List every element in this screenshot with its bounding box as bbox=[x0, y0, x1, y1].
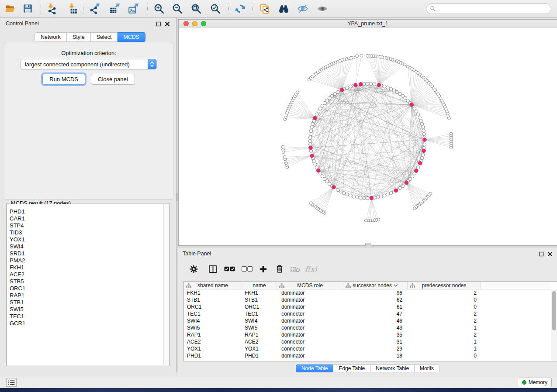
export-image-button[interactable] bbox=[127, 3, 140, 16]
tab-network-table[interactable]: Network Table bbox=[370, 364, 415, 372]
table-cell: 47 bbox=[343, 310, 408, 317]
table-cell: 2 bbox=[408, 317, 481, 324]
list-item[interactable]: SWI5 bbox=[7, 306, 163, 313]
create-column-button[interactable] bbox=[256, 262, 270, 275]
column-header-name[interactable]: name bbox=[242, 282, 277, 289]
search-field bbox=[426, 3, 551, 14]
scrollbar-thumb[interactable] bbox=[552, 291, 556, 330]
float-panel-icon[interactable] bbox=[539, 251, 544, 256]
show-columns-button[interactable] bbox=[206, 262, 219, 275]
delete-column-button[interactable] bbox=[273, 262, 286, 275]
task-history-button[interactable] bbox=[6, 378, 17, 387]
close-window-icon[interactable] bbox=[183, 21, 189, 26]
splitter-handle[interactable] bbox=[176, 193, 178, 201]
table-row[interactable]: YOX1YOX1connector291 bbox=[184, 345, 551, 352]
tab-motifs[interactable]: Motifs bbox=[415, 364, 439, 372]
list-item[interactable]: SRD1 bbox=[7, 250, 163, 257]
criterion-select[interactable]: largest connected component (undirected) bbox=[21, 59, 157, 69]
zoom-in-button[interactable] bbox=[152, 3, 166, 16]
table-settings-button[interactable] bbox=[187, 262, 200, 275]
table-row[interactable]: ACE2ACE2connector311 bbox=[184, 338, 551, 345]
zoom-selected-button[interactable] bbox=[209, 3, 222, 16]
save-session-button[interactable] bbox=[21, 3, 34, 16]
table-cell: 31 bbox=[343, 338, 408, 345]
function-builder-button-disabled: f(x) bbox=[304, 262, 318, 275]
cytoscape-window: Control Panel NetworkStyleSelectMCDS Opt… bbox=[0, 0, 557, 388]
show-hidden-button[interactable] bbox=[316, 3, 329, 16]
list-item[interactable]: FKH1 bbox=[7, 264, 163, 271]
table-row[interactable]: SWI5SWI5connector431 bbox=[184, 324, 551, 331]
hierarchy-icon bbox=[346, 283, 351, 288]
mcds-list-scrollbar[interactable] bbox=[163, 204, 169, 365]
column-header-shared-name[interactable]: shared name bbox=[184, 282, 242, 289]
status-bar: Memory bbox=[0, 376, 557, 388]
list-item[interactable]: GCR1 bbox=[7, 320, 163, 327]
deselect-all-rows-button[interactable] bbox=[240, 262, 253, 275]
close-panel-icon[interactable] bbox=[165, 21, 170, 26]
search-input[interactable] bbox=[438, 5, 551, 13]
list-item[interactable]: TID3 bbox=[7, 229, 163, 236]
export-table-button[interactable] bbox=[108, 3, 121, 16]
column-header-successor-nodes[interactable]: successor nodes bbox=[343, 282, 408, 289]
list-item[interactable]: ORC1 bbox=[7, 285, 163, 292]
table-row[interactable]: FKH1FKH1dominator962 bbox=[184, 289, 551, 296]
tab-edge-table[interactable]: Edge Table bbox=[333, 364, 370, 372]
table-cell: 2 bbox=[408, 331, 481, 338]
list-item[interactable]: SWI4 bbox=[7, 243, 163, 250]
import-table-button[interactable] bbox=[66, 3, 79, 16]
list-item[interactable]: ACE2 bbox=[7, 271, 163, 278]
table-row[interactable]: PHD1PHD1dominator180 bbox=[184, 352, 551, 359]
import-table-icon bbox=[67, 3, 78, 14]
import-network-button[interactable] bbox=[45, 3, 58, 16]
refresh-icon bbox=[235, 3, 246, 14]
table-header-row: shared namenameMCDS rolesuccessor nodesp… bbox=[184, 282, 551, 289]
column-label: name bbox=[253, 282, 266, 289]
memory-button[interactable]: Memory bbox=[518, 378, 552, 387]
network-graph bbox=[179, 28, 557, 245]
run-mcds-button[interactable]: Run MCDS bbox=[42, 74, 85, 85]
table-cell: connector bbox=[277, 310, 343, 317]
table-row[interactable]: ORC1ORC1dominator610 bbox=[184, 303, 551, 310]
list-item[interactable]: RAP1 bbox=[7, 292, 163, 299]
list-item[interactable]: TEC1 bbox=[7, 313, 163, 320]
list-item[interactable]: CAR1 bbox=[7, 215, 163, 222]
list-item[interactable]: PHD1 bbox=[7, 208, 163, 215]
list-item[interactable]: YOX1 bbox=[7, 236, 163, 243]
splitter-handle[interactable] bbox=[365, 243, 371, 246]
tab-select[interactable]: Select bbox=[91, 32, 118, 42]
zoom-out-button[interactable] bbox=[171, 3, 184, 16]
float-panel-icon[interactable] bbox=[156, 21, 161, 26]
table-row[interactable]: STB1STB1dominator620 bbox=[184, 296, 551, 303]
zoom-fit-button[interactable] bbox=[190, 3, 203, 16]
table-cell: 1 bbox=[408, 324, 481, 331]
open-file-button[interactable] bbox=[3, 3, 17, 16]
apply-layout-button[interactable] bbox=[234, 3, 247, 16]
list-item[interactable]: STP4 bbox=[7, 222, 163, 229]
select-all-rows-button[interactable] bbox=[223, 262, 236, 275]
close-panel-button[interactable]: Close panel bbox=[91, 74, 135, 85]
column-header-predecessor-nodes[interactable]: predecessor nodes bbox=[408, 282, 481, 289]
tab-network[interactable]: Network bbox=[35, 32, 67, 42]
list-item[interactable]: PMA2 bbox=[7, 257, 163, 264]
export-network-button[interactable] bbox=[88, 3, 101, 16]
table-scrollbar[interactable] bbox=[551, 289, 557, 361]
table-panel: Table Panel bbox=[178, 248, 557, 376]
table-row[interactable]: RAP1RAP1dominator352 bbox=[184, 331, 551, 338]
table-row[interactable]: SWI4SWI4dominator462 bbox=[184, 317, 551, 324]
find-button[interactable] bbox=[277, 3, 290, 16]
tab-style[interactable]: Style bbox=[67, 32, 91, 42]
column-header-mcds-role[interactable]: MCDS role bbox=[277, 282, 343, 289]
list-item[interactable]: STB1 bbox=[7, 299, 163, 306]
minimize-window-icon[interactable] bbox=[192, 21, 197, 26]
tab-node-table[interactable]: Node Table bbox=[296, 364, 334, 372]
close-panel-icon[interactable] bbox=[547, 251, 553, 256]
mcds-result-list[interactable]: PHD1CAR1STP4TID3YOX1SWI4SRD1PMA2FKH1ACE2… bbox=[7, 204, 163, 365]
list-item[interactable]: STB5 bbox=[7, 278, 163, 285]
network-canvas[interactable] bbox=[179, 28, 557, 245]
table-row[interactable]: TEC1TEC1connector472 bbox=[184, 310, 551, 317]
hide-selected-button[interactable] bbox=[296, 3, 309, 16]
tab-mcds[interactable]: MCDS bbox=[118, 32, 145, 42]
maximize-window-icon[interactable] bbox=[201, 21, 206, 26]
column-label: successor nodes bbox=[353, 282, 392, 289]
network-from-clipboard-button[interactable] bbox=[258, 3, 271, 16]
